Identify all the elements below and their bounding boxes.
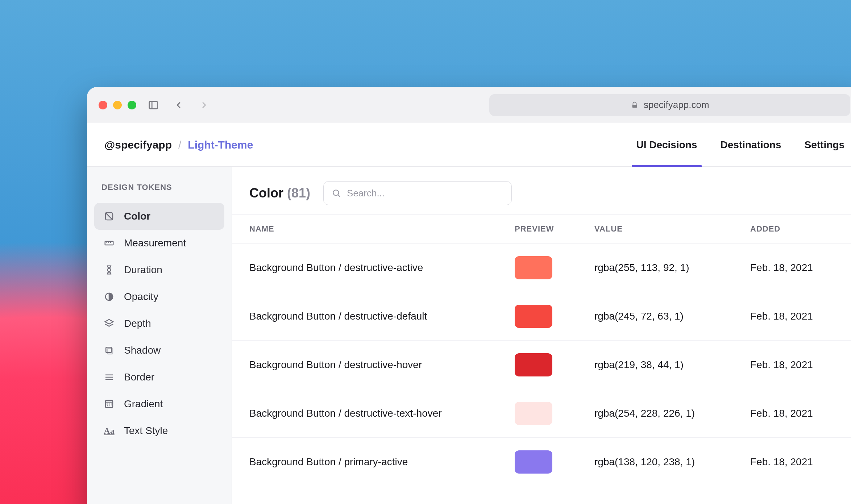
- palette-icon: [103, 210, 115, 222]
- sidebar-toggle-icon[interactable]: [145, 97, 162, 113]
- breadcrumb-project[interactable]: Light-Theme: [188, 139, 253, 151]
- zoom-window-button[interactable]: [128, 101, 136, 109]
- sidebar-item-label: Measurement: [124, 237, 186, 249]
- border-icon: [103, 371, 115, 383]
- sidebar-item-opacity[interactable]: Opacity: [94, 283, 224, 310]
- tab-ui-decisions[interactable]: UI Decisions: [636, 123, 697, 166]
- breadcrumb: @specifyapp / Light-Theme: [104, 139, 253, 151]
- token-added: Feb. 18, 2021: [750, 456, 844, 468]
- color-swatch: [515, 450, 552, 474]
- search-input[interactable]: [347, 188, 503, 199]
- search-field[interactable]: [323, 181, 512, 205]
- tab-destinations[interactable]: Destinations: [721, 123, 781, 166]
- window-controls: [99, 101, 136, 109]
- col-name: NAME: [249, 224, 515, 234]
- token-name: Background Button / primary-active: [249, 456, 515, 468]
- svg-line-20: [338, 195, 340, 196]
- sidebar-item-measurement[interactable]: Measurement: [94, 230, 224, 257]
- col-added: ADDED: [750, 224, 844, 234]
- address-bar-host: specifyapp.com: [644, 99, 709, 111]
- close-window-button[interactable]: [99, 101, 107, 109]
- contrast-icon: [103, 291, 115, 303]
- table-row[interactable]: Background Button / destructive-hoverrgb…: [232, 341, 851, 389]
- sidebar-item-label: Shadow: [124, 345, 161, 356]
- breadcrumb-org[interactable]: @specifyapp: [104, 139, 172, 151]
- sidebar: DESIGN TOKENS Color Measurement Duration: [87, 167, 232, 504]
- svg-rect-11: [107, 349, 113, 354]
- table-row[interactable]: Background Button / destructive-defaultr…: [232, 292, 851, 341]
- svg-rect-2: [632, 105, 637, 108]
- sidebar-item-label: Border: [124, 371, 154, 383]
- sidebar-item-shadow[interactable]: Shadow: [94, 337, 224, 364]
- table-row[interactable]: Background Button / destructive-text-hov…: [232, 389, 851, 438]
- main-header: Color (81): [232, 167, 851, 214]
- sidebar-item-duration[interactable]: Duration: [94, 257, 224, 283]
- browser-window: specifyapp.com @specifyapp / Light-Theme…: [87, 87, 851, 504]
- page-title: Color (81): [249, 186, 310, 201]
- sidebar-item-border[interactable]: Border: [94, 364, 224, 391]
- lock-icon: [631, 101, 639, 109]
- sidebar-item-label: Duration: [124, 264, 162, 276]
- layers-icon: [103, 317, 115, 330]
- main-panel: Color (81) NAME PREVIEW VALUE ADDED Back…: [232, 167, 851, 504]
- sidebar-item-label: Depth: [124, 318, 151, 329]
- search-icon: [332, 188, 341, 198]
- table-row[interactable]: Background Button / destructive-activerg…: [232, 243, 851, 292]
- hourglass-icon: [103, 264, 115, 276]
- color-swatch: [515, 256, 552, 279]
- color-swatch: [515, 353, 552, 376]
- result-count: (81): [287, 186, 310, 200]
- token-added: Feb. 18, 2021: [750, 311, 844, 322]
- sidebar-item-label: Opacity: [124, 291, 158, 303]
- token-added: Feb. 18, 2021: [750, 262, 844, 274]
- address-bar[interactable]: specifyapp.com: [489, 94, 850, 116]
- table-body: Background Button / destructive-activerg…: [232, 243, 851, 486]
- table-row[interactable]: Background Button / primary-activergba(1…: [232, 438, 851, 486]
- tab-settings[interactable]: Settings: [805, 123, 844, 166]
- token-value: rgba(254, 228, 226, 1): [594, 408, 750, 419]
- ruler-icon: [103, 237, 115, 249]
- header-tabs: UI Decisions Destinations Settings: [636, 123, 844, 166]
- sidebar-item-color[interactable]: Color: [94, 203, 224, 230]
- svg-rect-0: [149, 101, 158, 109]
- token-added: Feb. 18, 2021: [750, 359, 844, 371]
- svg-rect-10: [106, 347, 111, 353]
- gradient-icon: [103, 398, 115, 410]
- svg-marker-9: [105, 320, 113, 324]
- token-name: Background Button / destructive-active: [249, 262, 515, 274]
- breadcrumb-sep: /: [178, 139, 181, 151]
- sidebar-item-label: Text Style: [124, 425, 168, 437]
- sidebar-item-depth[interactable]: Depth: [94, 310, 224, 337]
- minimize-window-button[interactable]: [113, 101, 122, 109]
- color-swatch: [515, 402, 552, 425]
- svg-point-19: [333, 190, 339, 195]
- token-name: Background Button / destructive-default: [249, 311, 515, 322]
- sidebar-item-label: Color: [124, 211, 150, 222]
- nav-forward-icon[interactable]: [196, 97, 212, 113]
- textstyle-icon: Aa: [103, 425, 115, 437]
- token-value: rgba(255, 113, 92, 1): [594, 262, 750, 274]
- col-value: VALUE: [594, 224, 750, 234]
- sidebar-item-textstyle[interactable]: Aa Text Style: [94, 417, 224, 444]
- sidebar-item-label: Gradient: [124, 398, 163, 410]
- app-header: @specifyapp / Light-Theme UI Decisions D…: [87, 123, 851, 167]
- token-added: Feb. 18, 2021: [750, 408, 844, 419]
- token-name: Background Button / destructive-text-hov…: [249, 408, 515, 419]
- col-preview: PREVIEW: [515, 224, 594, 234]
- sidebar-item-gradient[interactable]: Gradient: [94, 391, 224, 417]
- color-swatch: [515, 305, 552, 328]
- table-header: NAME PREVIEW VALUE ADDED: [232, 214, 851, 243]
- token-value: rgba(245, 72, 63, 1): [594, 311, 750, 322]
- token-value: rgba(219, 38, 44, 1): [594, 359, 750, 371]
- browser-toolbar: specifyapp.com: [87, 87, 851, 123]
- shadow-icon: [103, 344, 115, 357]
- sidebar-section-title: DESIGN TOKENS: [94, 183, 224, 203]
- token-value: rgba(138, 120, 238, 1): [594, 456, 750, 468]
- nav-back-icon[interactable]: [170, 97, 187, 113]
- token-name: Background Button / destructive-hover: [249, 359, 515, 371]
